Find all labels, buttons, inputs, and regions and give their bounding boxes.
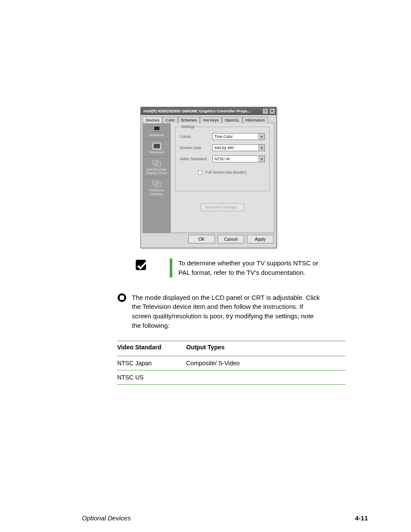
bullet-icon xyxy=(117,293,127,305)
sidebar-label: Extended Desktop xyxy=(144,189,169,196)
television-settings-button: Television Settings... xyxy=(201,203,244,211)
row-screen-area: Screen Area 640 by 480 ▼ xyxy=(180,144,265,151)
tab-color[interactable]: Color xyxy=(162,117,178,123)
section-row: The mode displayed on the LCD panel or C… xyxy=(117,293,321,330)
sidebar-label: Television xyxy=(144,151,169,155)
fullscreen-checkbox-label: Full Screen (No Border) xyxy=(206,170,246,174)
tab-information[interactable]: Information xyxy=(243,117,268,123)
svg-rect-10 xyxy=(120,296,124,300)
extend-icon xyxy=(152,180,162,188)
clone-icon xyxy=(152,159,162,167)
help-button[interactable]: ? xyxy=(262,108,268,114)
dialog-body: Notebook Television Intel(R) Dual Displa… xyxy=(143,123,274,233)
sidebar-label: Intel(R) Dual Display Clone xyxy=(144,168,169,176)
close-icon: ✕ xyxy=(271,109,274,113)
laptop-icon xyxy=(152,126,162,133)
screen-area-dropdown[interactable]: 640 by 480 ▼ xyxy=(212,144,265,151)
sidebar-item-notebook[interactable]: Notebook xyxy=(143,123,170,140)
tab-opengl[interactable]: OpenGL xyxy=(222,117,243,123)
svg-rect-1 xyxy=(152,131,162,132)
sidebar-item-television[interactable]: Television xyxy=(143,140,170,157)
settings-legend: Settings xyxy=(180,124,196,129)
formats-table: Video Standard Output Types NTSC Japan C… xyxy=(117,341,346,385)
fullscreen-checkbox-row: Full Screen (No Border) xyxy=(180,170,265,175)
sidebar-item-extended-desktop[interactable]: Extended Desktop xyxy=(143,177,170,198)
colors-label: Colors xyxy=(180,134,212,139)
row-video-standard: Video Standard NTSC-M ▼ xyxy=(180,156,265,162)
tip-row: To determine whether your TV supports NT… xyxy=(117,258,321,277)
tv-icon xyxy=(152,142,162,150)
sidebar-label: Notebook xyxy=(144,134,169,137)
video-standard-label: Video Standard xyxy=(180,157,212,161)
table-head-c2: Output Types xyxy=(186,343,346,352)
tip-divider xyxy=(170,258,172,277)
tab-hotkeys[interactable]: Hot Keys xyxy=(200,117,222,123)
screen-area-label: Screen Area xyxy=(180,146,212,150)
chevron-down-icon: ▼ xyxy=(258,145,265,151)
chevron-down-icon: ▼ xyxy=(258,134,265,140)
table-cell: NTSC US xyxy=(117,373,186,382)
chevron-down-icon: ▼ xyxy=(258,156,265,162)
footer-right: 4-11 xyxy=(355,514,368,522)
video-standard-value: NTSC-M xyxy=(215,157,230,161)
dialog-title: Intel(R) 82852/82855 GM/GME Graphics Con… xyxy=(143,109,262,113)
colors-value: True Color xyxy=(215,134,233,139)
svg-rect-0 xyxy=(154,126,160,131)
table-row: NTSC US xyxy=(117,370,346,385)
screen-area-value: 640 by 480 xyxy=(215,146,234,150)
page-footer: Optional Devices 4-11 xyxy=(82,514,368,522)
settings-panel: Settings Colors True Color ▼ Screen Area… xyxy=(171,123,274,233)
svg-rect-3 xyxy=(154,144,160,148)
tab-devices[interactable]: Devices xyxy=(143,117,162,123)
fullscreen-checkbox[interactable] xyxy=(198,171,202,175)
footer-left: Optional Devices xyxy=(82,514,131,522)
colors-dropdown[interactable]: True Color ▼ xyxy=(212,133,265,140)
dialog-footer: OK Cancel Apply xyxy=(141,235,274,243)
table-row: NTSC Japan Composite/ S-Video xyxy=(117,356,346,370)
ok-button[interactable]: OK xyxy=(188,235,215,243)
section-text: The mode displayed on the LCD panel or C… xyxy=(132,293,321,330)
table-cell: NTSC Japan xyxy=(117,359,186,367)
table-head-c1: Video Standard xyxy=(117,343,186,352)
apply-button[interactable]: Apply xyxy=(247,235,274,243)
tip-text: To determine whether your TV supports NT… xyxy=(178,258,321,277)
settings-fieldset: Settings Colors True Color ▼ Screen Area… xyxy=(175,127,270,191)
video-standard-dropdown[interactable]: NTSC-M ▼ xyxy=(212,156,265,162)
table-header: Video Standard Output Types xyxy=(117,341,346,356)
row-colors: Colors True Color ▼ xyxy=(180,133,265,140)
help-icon: ? xyxy=(264,109,267,113)
tip-checkmark-icon xyxy=(134,258,155,276)
table-cell: Composite/ S-Video xyxy=(186,359,346,367)
graphics-properties-dialog: Intel(R) 82852/82855 GM/GME Graphics Con… xyxy=(140,107,277,248)
dialog-titlebar: Intel(R) 82852/82855 GM/GME Graphics Con… xyxy=(141,107,276,115)
close-button[interactable]: ✕ xyxy=(269,108,275,114)
cancel-button[interactable]: Cancel xyxy=(218,235,244,243)
tab-strip: Devices Color Schemes Hot Keys OpenGL In… xyxy=(141,115,276,123)
device-sidebar: Notebook Television Intel(R) Dual Displa… xyxy=(143,123,171,233)
tab-schemes[interactable]: Schemes xyxy=(178,117,200,123)
page-body: To determine whether your TV supports NT… xyxy=(117,258,321,385)
sidebar-item-dual-clone[interactable]: Intel(R) Dual Display Clone xyxy=(143,157,170,178)
